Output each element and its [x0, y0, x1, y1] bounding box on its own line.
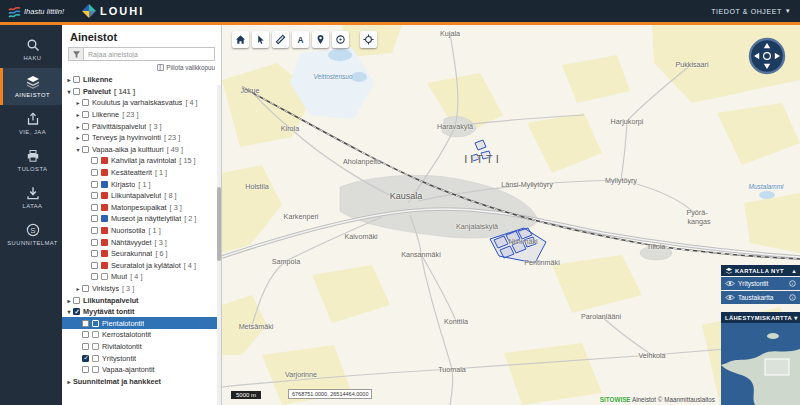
- overview-map[interactable]: [721, 323, 800, 405]
- chevron-right-icon[interactable]: [65, 76, 73, 83]
- eye-icon[interactable]: [725, 280, 735, 287]
- layer-checkbox[interactable]: [82, 285, 89, 292]
- sidebar-item-haku[interactable]: HAKU: [0, 31, 62, 68]
- active-layers-header[interactable]: KARTALLA NYT ▴: [721, 265, 800, 276]
- chevron-right-icon[interactable]: [65, 297, 73, 304]
- sidebar-item-vie-jaa[interactable]: VIE, JAA: [0, 105, 62, 142]
- layer-checkbox[interactable]: [82, 355, 89, 362]
- layer-checkbox[interactable]: [82, 146, 89, 153]
- layer-checkbox[interactable]: [91, 239, 98, 246]
- scrollbar-thumb[interactable]: [217, 187, 221, 261]
- layer-checkbox[interactable]: [91, 157, 98, 164]
- app-logo[interactable]: LOUHI: [82, 4, 144, 18]
- add-marker-button[interactable]: [312, 31, 329, 48]
- viewport-rectangle[interactable]: [765, 359, 789, 375]
- layer-checkbox[interactable]: [91, 273, 98, 280]
- info-icon[interactable]: i: [789, 280, 796, 287]
- tree-item[interactable]: Myytävät tontit: [62, 306, 221, 318]
- tree-item[interactable]: Pientalotontit: [62, 317, 221, 329]
- chevron-right-icon[interactable]: [74, 285, 82, 292]
- tree-item[interactable]: Nähtävyydet3: [62, 236, 221, 248]
- filter-icon[interactable]: [69, 48, 84, 60]
- chevron-right-icon[interactable]: [74, 99, 82, 106]
- layer-checkbox[interactable]: [82, 366, 89, 373]
- tree-item[interactable]: Virkistys3: [62, 283, 221, 295]
- map-viewport[interactable]: KujalaVeittostensuoJokueKirolaHaravakylä…: [222, 25, 800, 405]
- add-text-button[interactable]: A: [292, 31, 309, 48]
- sidebar-item-lataa[interactable]: LATAA: [0, 179, 62, 216]
- tree-item[interactable]: Kirjasto1: [62, 178, 221, 190]
- locate-button[interactable]: [360, 31, 377, 48]
- layer-checkbox[interactable]: [82, 331, 89, 338]
- tree-item[interactable]: Museot ja näyttelytilat2: [62, 213, 221, 225]
- sidebar-item-tulosta[interactable]: TULOSTA: [0, 142, 62, 179]
- municipality-logo[interactable]: Ihastu Iittiin!: [0, 5, 72, 18]
- chevron-down-icon[interactable]: [65, 88, 73, 95]
- tree-item[interactable]: Koulutus ja varhaiskasvatus4: [62, 97, 221, 109]
- tree-item[interactable]: Liikenne23: [62, 109, 221, 121]
- layer-checkbox[interactable]: [91, 204, 98, 211]
- tree-item[interactable]: Matonpesupaikat3: [62, 202, 221, 214]
- layer-checkbox[interactable]: [73, 308, 80, 315]
- layer-style-icon: [101, 215, 108, 222]
- tree-item[interactable]: Terveys ja hyvinvointi23: [62, 132, 221, 144]
- tree-item[interactable]: Liikuntapalvelut8: [62, 190, 221, 202]
- tree-item[interactable]: Vapaa-ajantontit: [62, 364, 221, 376]
- chevron-right-icon[interactable]: [74, 111, 82, 118]
- tree-scrollbar[interactable]: [217, 85, 221, 405]
- chevron-right-icon[interactable]: [65, 378, 73, 385]
- tree-item[interactable]: Seuratalot ja kylätalot4: [62, 260, 221, 272]
- layer-checkbox[interactable]: [82, 111, 89, 118]
- tree-item[interactable]: Liikenne: [62, 74, 221, 86]
- layer-checkbox[interactable]: [91, 250, 98, 257]
- map-canvas[interactable]: [222, 25, 800, 405]
- layer-checkbox[interactable]: [73, 297, 80, 304]
- tree-item[interactable]: Suunnitelmat ja hankkeet: [62, 375, 221, 387]
- layer-checkbox[interactable]: [82, 134, 89, 141]
- tree-item[interactable]: Nuorisotila1: [62, 225, 221, 237]
- tree-item[interactable]: Kesäteatterit1: [62, 167, 221, 179]
- tree-item[interactable]: Rivitalotontit: [62, 341, 221, 353]
- layer-checkbox[interactable]: [82, 99, 89, 106]
- tree-item[interactable]: Päivittäispalvelut3: [62, 120, 221, 132]
- layer-checkbox[interactable]: [91, 215, 98, 222]
- chevron-down-icon[interactable]: [65, 308, 73, 315]
- layer-checkbox[interactable]: [82, 320, 89, 327]
- layer-checkbox[interactable]: [91, 169, 98, 176]
- tree-item[interactable]: Vapaa-aika ja kulttuuri49: [62, 144, 221, 156]
- home-button[interactable]: [232, 31, 249, 48]
- chevron-down-icon[interactable]: [74, 146, 82, 153]
- eye-icon[interactable]: [725, 294, 735, 301]
- tree-item[interactable]: Muut4: [62, 271, 221, 283]
- sidebar-item-suunnitelmat[interactable]: SSUUNNITELMAT: [0, 216, 62, 253]
- tree-item[interactable]: Yritystontit: [62, 352, 221, 364]
- hide-tree-link[interactable]: Piilota valikkopuu: [62, 61, 221, 73]
- select-button[interactable]: [252, 31, 269, 48]
- chevron-right-icon[interactable]: [74, 123, 82, 130]
- layer-style-icon: [92, 331, 99, 338]
- tiedot-ohjeet-menu[interactable]: TIEDOT & OHJEET: [711, 7, 800, 15]
- info-icon[interactable]: i: [789, 294, 796, 301]
- pan-control[interactable]: [748, 37, 786, 75]
- layer-checkbox[interactable]: [82, 123, 89, 130]
- tree-item[interactable]: Palvelut141: [62, 86, 221, 98]
- measure-button[interactable]: [272, 31, 289, 48]
- active-layer-row[interactable]: Taustakartta i: [721, 291, 800, 304]
- tree-item[interactable]: Kahvilat ja ravintolat15: [62, 155, 221, 167]
- tree-item[interactable]: Kerrostalotontit: [62, 329, 221, 341]
- chevron-right-icon[interactable]: [74, 134, 82, 141]
- layer-checkbox[interactable]: [82, 343, 89, 350]
- layer-checkbox[interactable]: [91, 192, 98, 199]
- layer-checkbox[interactable]: [73, 88, 80, 95]
- overview-map-header[interactable]: LÄHESTYMISKARTTA ▾: [721, 312, 800, 323]
- tree-item[interactable]: Seurakunnat6: [62, 248, 221, 260]
- tree-item[interactable]: Liikuntapalvelut: [62, 294, 221, 306]
- layer-checkbox[interactable]: [91, 181, 98, 188]
- layer-checkbox[interactable]: [73, 76, 80, 83]
- sidebar-item-aineistot[interactable]: AINEISTOT: [0, 68, 62, 105]
- layer-checkbox[interactable]: [91, 227, 98, 234]
- draw-circle-button[interactable]: [332, 31, 349, 48]
- active-layer-row[interactable]: Yritystontit i: [721, 277, 800, 290]
- layer-checkbox[interactable]: [91, 262, 98, 269]
- search-input[interactable]: [84, 51, 214, 58]
